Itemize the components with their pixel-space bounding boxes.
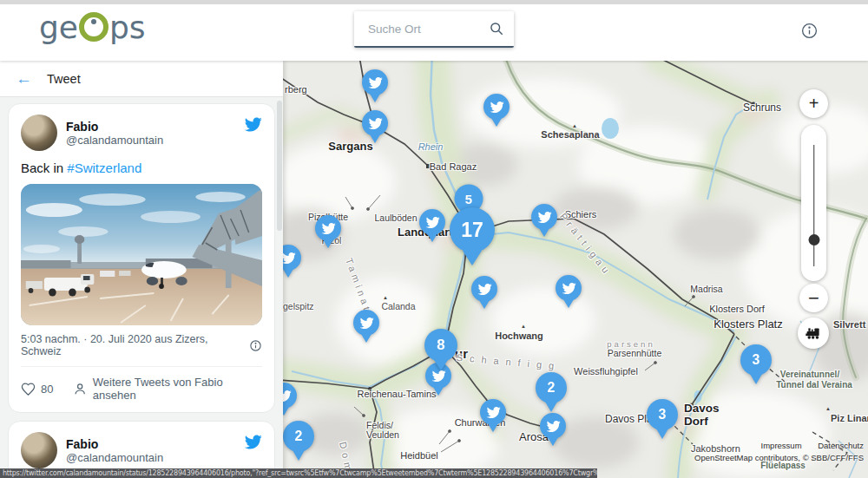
tweet-pin[interactable] bbox=[531, 204, 557, 230]
person-icon bbox=[73, 382, 87, 396]
cluster-pin-17[interactable]: 17 bbox=[450, 207, 495, 252]
map-label-hochwang: Hochwang bbox=[495, 331, 543, 341]
link-status-bar: https://twitter.com/calandamountain/stat… bbox=[0, 468, 597, 478]
cluster-count: 3 bbox=[753, 352, 760, 368]
logo-text-pre: ge bbox=[39, 11, 78, 44]
tweet-pin[interactable] bbox=[362, 69, 388, 95]
map-attribution: Impressum Datenschutz OpenStreetMap cont… bbox=[694, 441, 864, 462]
map-label-klosters-dorf: Klosters Dorf bbox=[709, 304, 765, 314]
more-tweets-label: Weitere Tweets von Fabio ansehen bbox=[93, 376, 262, 402]
logo-o-ring-icon bbox=[79, 12, 108, 42]
train-layer-button[interactable] bbox=[798, 318, 829, 349]
map-label-veulden: Veulden bbox=[366, 429, 399, 440]
cluster-pin-2[interactable]: 2 bbox=[536, 372, 567, 403]
tweet-pin[interactable] bbox=[556, 275, 582, 301]
map-label-madrisa: Madrisa bbox=[690, 284, 722, 294]
cluster-pin-3[interactable]: 3 bbox=[740, 344, 772, 376]
map-label-heidbüel: Heidbüel bbox=[400, 450, 437, 461]
twitter-bird-icon bbox=[490, 100, 504, 115]
cluster-count: 2 bbox=[295, 429, 303, 444]
tweet-sidebar: ← Tweet Fabio @calandamountain Back in #… bbox=[0, 61, 283, 478]
twitter-bird-icon bbox=[425, 215, 440, 230]
search-input[interactable] bbox=[366, 22, 488, 36]
map-label-parsenn: parsenn bbox=[607, 339, 654, 349]
map-label-rhein: Rhein bbox=[418, 141, 444, 152]
avatar[interactable] bbox=[21, 115, 57, 151]
tweet-pin[interactable] bbox=[353, 310, 379, 336]
sidebar-title: Tweet bbox=[47, 72, 81, 86]
tweet-pin[interactable] bbox=[315, 215, 341, 241]
avatar[interactable] bbox=[21, 432, 57, 468]
like-action[interactable]: 80 bbox=[21, 382, 53, 396]
map-label-tunnel-dal-veraina: Tunnel dal Veraina bbox=[776, 380, 852, 390]
twitter-bird-icon bbox=[283, 389, 292, 403]
logo-text-post: ps bbox=[109, 11, 146, 44]
map-label-rberg: rberg bbox=[285, 84, 307, 95]
hashtag-link[interactable]: #Switzerland bbox=[67, 160, 141, 175]
cluster-pin-8[interactable]: 8 bbox=[424, 329, 457, 362]
place-search[interactable] bbox=[354, 11, 514, 48]
more-tweets-link[interactable]: Weitere Tweets von Fabio ansehen bbox=[73, 376, 262, 402]
info-icon[interactable] bbox=[800, 22, 819, 40]
map-label-weissfluhgipfel: Weissfluhgipfel bbox=[574, 366, 638, 377]
tweet-text: Back in #Switzerland bbox=[21, 160, 262, 175]
map-label-schesaplana: Schesaplana bbox=[541, 129, 599, 140]
map-label-klosters-platz: Klosters Platz bbox=[713, 318, 782, 331]
cluster-count: 17 bbox=[461, 219, 483, 242]
search-icon[interactable] bbox=[488, 20, 505, 37]
map-label-silvrett: Silvrett bbox=[833, 319, 865, 330]
map-label-calanda: Calanda bbox=[381, 301, 415, 311]
tweet-pin[interactable] bbox=[480, 399, 506, 425]
twitter-bird-icon bbox=[431, 369, 446, 383]
sidebar-scroll[interactable]: Fabio @calandamountain Back in #Switzerl… bbox=[0, 97, 283, 478]
cluster-count: 3 bbox=[659, 407, 667, 422]
twitter-bird-icon[interactable] bbox=[244, 433, 262, 455]
tweet-pin[interactable] bbox=[540, 413, 566, 439]
train-icon bbox=[805, 324, 823, 343]
impressum-link[interactable]: Impressum bbox=[761, 441, 802, 450]
zoom-in-button[interactable]: + bbox=[799, 89, 828, 118]
twitter-bird-icon bbox=[368, 116, 383, 131]
map-label-bad-ragaz: Bad Ragaz bbox=[430, 161, 477, 172]
cluster-count: 2 bbox=[548, 380, 556, 396]
tweet-pin[interactable] bbox=[471, 276, 497, 302]
map-label-sargans: Sargans bbox=[328, 140, 372, 153]
tweet-pin[interactable] bbox=[419, 209, 445, 235]
tweet-card[interactable]: Fabio @calandamountain Back in #Switzerl… bbox=[8, 103, 275, 413]
twitter-bird-icon bbox=[546, 419, 561, 434]
copyright-text: OpenStreetMap contributors, © SBB/CFF/FF… bbox=[694, 453, 864, 462]
zoom-slider[interactable] bbox=[801, 125, 826, 281]
map-label-parsennhütte: Parsennhütte bbox=[608, 348, 661, 358]
twitter-bird-icon[interactable] bbox=[244, 115, 262, 137]
tweet-timestamp: 5:03 nachm. · 20. Juli 2020 aus Zizers, … bbox=[21, 333, 249, 357]
twitter-bird-icon bbox=[368, 75, 383, 90]
zoom-slider-handle[interactable] bbox=[808, 234, 819, 246]
cluster-pin-2[interactable]: 2 bbox=[283, 421, 314, 452]
geops-logo[interactable]: geps bbox=[39, 11, 146, 44]
map-label--: ▲ bbox=[521, 324, 526, 329]
map-label-reichenau-tamins: Reichenau-Tamins bbox=[357, 389, 436, 399]
zoom-out-button[interactable]: − bbox=[799, 284, 828, 312]
map-label-gelspitz: gelspitz bbox=[283, 301, 314, 311]
tweet-pin[interactable] bbox=[483, 94, 510, 120]
cluster-count: 5 bbox=[465, 192, 472, 206]
twitter-bird-icon bbox=[537, 210, 552, 225]
sidebar-header: ← Tweet bbox=[0, 61, 283, 97]
tweet-pin[interactable] bbox=[362, 110, 388, 136]
map-label-dorf: Dorf bbox=[684, 415, 708, 428]
datenschutz-link[interactable]: Datenschutz bbox=[818, 441, 864, 450]
cluster-count: 8 bbox=[437, 337, 444, 354]
zoom-slider-track bbox=[813, 145, 815, 266]
like-count: 80 bbox=[41, 383, 53, 396]
map-canvas[interactable]: rbergSargansRheinBad Ragaz▲SchesaplanaSc… bbox=[283, 61, 868, 478]
twitter-bird-icon bbox=[359, 316, 374, 331]
tweet-photo-airport[interactable] bbox=[21, 184, 262, 325]
heart-icon bbox=[21, 382, 36, 396]
twitter-bird-icon bbox=[486, 405, 501, 420]
tweet-info-icon[interactable] bbox=[249, 339, 262, 352]
cluster-pin-3[interactable]: 3 bbox=[647, 399, 678, 430]
map-label--: ▲ bbox=[572, 123, 577, 128]
sidebar-scrollbar[interactable] bbox=[277, 101, 282, 231]
back-arrow-icon[interactable]: ← bbox=[16, 70, 32, 87]
twitter-bird-icon bbox=[321, 221, 336, 236]
